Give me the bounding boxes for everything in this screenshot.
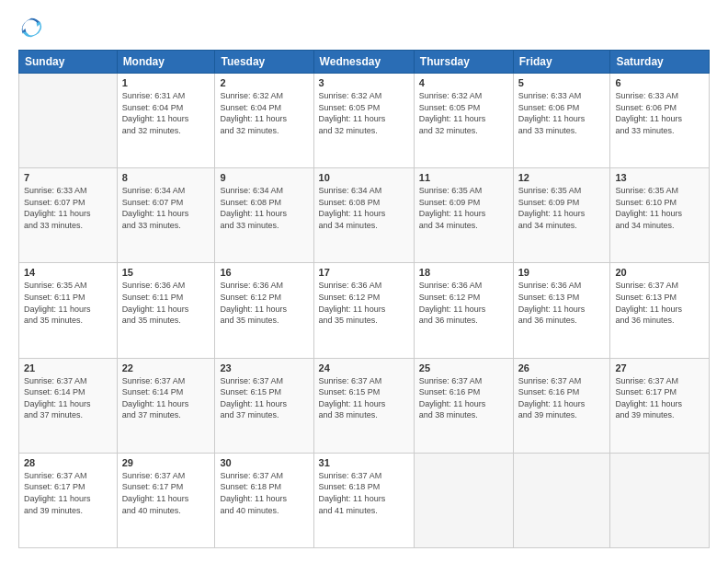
day-number: 22	[122, 362, 210, 373]
week-row-5: 28Sunrise: 6:37 AMSunset: 6:17 PMDayligh…	[19, 453, 710, 547]
day-info: Sunrise: 6:37 AMSunset: 6:17 PMDaylight:…	[24, 470, 112, 516]
calendar-cell: 3Sunrise: 6:32 AMSunset: 6:05 PMDaylight…	[313, 74, 414, 168]
calendar-cell: 18Sunrise: 6:36 AMSunset: 6:12 PMDayligh…	[414, 263, 513, 358]
day-info: Sunrise: 6:34 AMSunset: 6:08 PMDaylight:…	[220, 185, 308, 231]
page: SundayMondayTuesdayWednesdayThursdayFrid…	[0, 0, 728, 563]
day-info: Sunrise: 6:31 AMSunset: 6:04 PMDaylight:…	[122, 90, 210, 136]
calendar-cell: 14Sunrise: 6:35 AMSunset: 6:11 PMDayligh…	[19, 263, 118, 358]
day-info: Sunrise: 6:37 AMSunset: 6:17 PMDaylight:…	[122, 470, 210, 516]
calendar-cell: 22Sunrise: 6:37 AMSunset: 6:14 PMDayligh…	[117, 358, 215, 453]
day-number: 2	[220, 77, 308, 88]
day-info: Sunrise: 6:32 AMSunset: 6:05 PMDaylight:…	[319, 90, 409, 136]
day-number: 24	[319, 362, 409, 373]
day-info: Sunrise: 6:32 AMSunset: 6:05 PMDaylight:…	[419, 90, 508, 136]
calendar-cell: 23Sunrise: 6:37 AMSunset: 6:15 PMDayligh…	[215, 358, 313, 453]
day-info: Sunrise: 6:35 AMSunset: 6:10 PMDaylight:…	[615, 185, 704, 231]
day-number: 28	[24, 457, 112, 468]
day-info: Sunrise: 6:34 AMSunset: 6:08 PMDaylight:…	[319, 185, 409, 231]
calendar-cell: 6Sunrise: 6:33 AMSunset: 6:06 PMDaylight…	[610, 74, 710, 168]
calendar-cell: 28Sunrise: 6:37 AMSunset: 6:17 PMDayligh…	[19, 453, 118, 547]
calendar-cell: 30Sunrise: 6:37 AMSunset: 6:18 PMDayligh…	[215, 453, 313, 547]
logo	[18, 15, 48, 40]
day-number: 15	[122, 267, 210, 278]
day-info: Sunrise: 6:36 AMSunset: 6:12 PMDaylight:…	[419, 280, 508, 326]
calendar-cell: 2Sunrise: 6:32 AMSunset: 6:04 PMDaylight…	[215, 74, 313, 168]
weekday-header-wednesday: Wednesday	[313, 51, 414, 74]
day-info: Sunrise: 6:37 AMSunset: 6:13 PMDaylight:…	[615, 280, 704, 326]
calendar-cell: 12Sunrise: 6:35 AMSunset: 6:09 PMDayligh…	[513, 168, 610, 263]
calendar-cell: 19Sunrise: 6:36 AMSunset: 6:13 PMDayligh…	[513, 263, 610, 358]
day-number: 26	[518, 362, 606, 373]
day-number: 14	[24, 267, 112, 278]
calendar-cell: 7Sunrise: 6:33 AMSunset: 6:07 PMDaylight…	[19, 168, 118, 263]
day-number: 23	[220, 362, 308, 373]
day-number: 3	[319, 77, 409, 88]
day-info: Sunrise: 6:37 AMSunset: 6:16 PMDaylight:…	[518, 375, 606, 421]
day-number: 19	[518, 267, 606, 278]
day-info: Sunrise: 6:36 AMSunset: 6:12 PMDaylight:…	[319, 280, 409, 326]
calendar-cell: 1Sunrise: 6:31 AMSunset: 6:04 PMDaylight…	[117, 74, 215, 168]
day-info: Sunrise: 6:37 AMSunset: 6:17 PMDaylight:…	[615, 375, 704, 421]
day-number: 17	[319, 267, 409, 278]
day-info: Sunrise: 6:32 AMSunset: 6:04 PMDaylight:…	[220, 90, 308, 136]
calendar-cell: 16Sunrise: 6:36 AMSunset: 6:12 PMDayligh…	[215, 263, 313, 358]
day-number: 6	[615, 77, 704, 88]
calendar-cell: 13Sunrise: 6:35 AMSunset: 6:10 PMDayligh…	[610, 168, 710, 263]
day-number: 7	[24, 172, 112, 183]
day-info: Sunrise: 6:37 AMSunset: 6:18 PMDaylight:…	[319, 470, 409, 516]
day-number: 30	[220, 457, 308, 468]
calendar-cell: 17Sunrise: 6:36 AMSunset: 6:12 PMDayligh…	[313, 263, 414, 358]
day-number: 9	[220, 172, 308, 183]
day-number: 29	[122, 457, 210, 468]
day-info: Sunrise: 6:33 AMSunset: 6:06 PMDaylight:…	[518, 90, 606, 136]
day-number: 21	[24, 362, 112, 373]
day-number: 5	[518, 77, 606, 88]
calendar-cell: 8Sunrise: 6:34 AMSunset: 6:07 PMDaylight…	[117, 168, 215, 263]
day-info: Sunrise: 6:37 AMSunset: 6:14 PMDaylight:…	[122, 375, 210, 421]
day-info: Sunrise: 6:37 AMSunset: 6:15 PMDaylight:…	[319, 375, 409, 421]
week-row-4: 21Sunrise: 6:37 AMSunset: 6:14 PMDayligh…	[19, 358, 710, 453]
weekday-header-monday: Monday	[117, 51, 215, 74]
calendar-cell: 31Sunrise: 6:37 AMSunset: 6:18 PMDayligh…	[313, 453, 414, 547]
week-row-3: 14Sunrise: 6:35 AMSunset: 6:11 PMDayligh…	[19, 263, 710, 358]
day-info: Sunrise: 6:35 AMSunset: 6:11 PMDaylight:…	[24, 280, 112, 326]
calendar-cell: 4Sunrise: 6:32 AMSunset: 6:05 PMDaylight…	[414, 74, 513, 168]
day-info: Sunrise: 6:33 AMSunset: 6:06 PMDaylight:…	[615, 90, 704, 136]
logo-icon	[18, 15, 44, 40]
day-info: Sunrise: 6:35 AMSunset: 6:09 PMDaylight:…	[419, 185, 508, 231]
day-number: 31	[319, 457, 409, 468]
weekday-header-friday: Friday	[513, 51, 610, 74]
day-info: Sunrise: 6:33 AMSunset: 6:07 PMDaylight:…	[24, 185, 112, 231]
day-number: 10	[319, 172, 409, 183]
calendar-cell: 27Sunrise: 6:37 AMSunset: 6:17 PMDayligh…	[610, 358, 710, 453]
calendar-cell: 5Sunrise: 6:33 AMSunset: 6:06 PMDaylight…	[513, 74, 610, 168]
calendar-cell: 24Sunrise: 6:37 AMSunset: 6:15 PMDayligh…	[313, 358, 414, 453]
day-info: Sunrise: 6:37 AMSunset: 6:14 PMDaylight:…	[24, 375, 112, 421]
weekday-header-tuesday: Tuesday	[215, 51, 313, 74]
calendar-cell	[19, 74, 118, 168]
calendar-cell: 21Sunrise: 6:37 AMSunset: 6:14 PMDayligh…	[19, 358, 118, 453]
day-number: 13	[615, 172, 704, 183]
day-info: Sunrise: 6:37 AMSunset: 6:15 PMDaylight:…	[220, 375, 308, 421]
calendar-cell: 25Sunrise: 6:37 AMSunset: 6:16 PMDayligh…	[414, 358, 513, 453]
calendar-cell: 11Sunrise: 6:35 AMSunset: 6:09 PMDayligh…	[414, 168, 513, 263]
calendar-cell	[513, 453, 610, 547]
header	[18, 15, 710, 40]
calendar-cell: 29Sunrise: 6:37 AMSunset: 6:17 PMDayligh…	[117, 453, 215, 547]
day-info: Sunrise: 6:35 AMSunset: 6:09 PMDaylight:…	[518, 185, 606, 231]
calendar-cell: 20Sunrise: 6:37 AMSunset: 6:13 PMDayligh…	[610, 263, 710, 358]
calendar-cell: 10Sunrise: 6:34 AMSunset: 6:08 PMDayligh…	[313, 168, 414, 263]
weekday-header-thursday: Thursday	[414, 51, 513, 74]
day-number: 1	[122, 77, 210, 88]
calendar-cell	[414, 453, 513, 547]
day-number: 25	[419, 362, 508, 373]
calendar-cell: 9Sunrise: 6:34 AMSunset: 6:08 PMDaylight…	[215, 168, 313, 263]
day-number: 18	[419, 267, 508, 278]
weekday-header-saturday: Saturday	[610, 51, 710, 74]
day-info: Sunrise: 6:36 AMSunset: 6:11 PMDaylight:…	[122, 280, 210, 326]
day-info: Sunrise: 6:36 AMSunset: 6:12 PMDaylight:…	[220, 280, 308, 326]
calendar-cell: 15Sunrise: 6:36 AMSunset: 6:11 PMDayligh…	[117, 263, 215, 358]
day-info: Sunrise: 6:34 AMSunset: 6:07 PMDaylight:…	[122, 185, 210, 231]
calendar-table: SundayMondayTuesdayWednesdayThursdayFrid…	[18, 50, 710, 548]
day-number: 16	[220, 267, 308, 278]
